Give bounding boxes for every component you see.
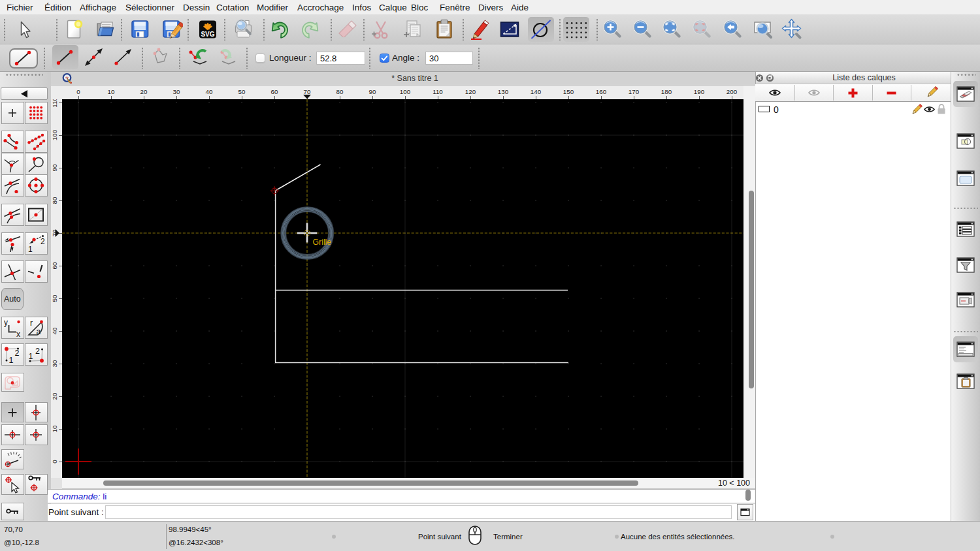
svg-text:2: 2 [15, 349, 20, 358]
svg-text:100: 100 [400, 88, 411, 95]
svg-text:0: 0 [51, 460, 58, 464]
svg-text:r: r [30, 319, 33, 328]
svg-text:1: 1 [29, 352, 33, 361]
svg-text:110: 110 [51, 99, 58, 108]
svg-text:10: 10 [51, 425, 58, 432]
svg-text:y: y [4, 318, 8, 327]
svg-text:2: 2 [35, 347, 40, 356]
svg-text:Grille: Grille [313, 238, 332, 247]
svg-text:20: 20 [51, 392, 58, 400]
svg-text:200: 200 [727, 88, 738, 95]
svg-text:20: 20 [140, 88, 148, 95]
svg-text:110: 110 [433, 88, 443, 95]
svg-text:70: 70 [304, 88, 311, 95]
svg-text:100: 100 [51, 129, 58, 140]
svg-text:90: 90 [369, 88, 376, 95]
svg-text:180: 180 [661, 88, 672, 95]
svg-text:1: 1 [28, 245, 33, 253]
svg-text:10: 10 [108, 88, 115, 95]
svg-text:170: 170 [629, 88, 640, 95]
svg-text:SVG: SVG [201, 31, 214, 38]
svg-text:190: 190 [694, 88, 705, 95]
svg-text:2: 2 [41, 237, 45, 246]
svg-text:50: 50 [51, 294, 58, 302]
svg-text:1: 1 [9, 356, 14, 365]
svg-text:130: 130 [498, 88, 509, 95]
svg-text:40: 40 [51, 327, 58, 334]
svg-text:x: x [16, 330, 20, 338]
svg-text:0: 0 [76, 88, 80, 95]
svg-text:120: 120 [465, 88, 476, 95]
svg-text:50: 50 [238, 88, 246, 95]
svg-text:160: 160 [596, 88, 607, 95]
svg-text:150: 150 [563, 88, 574, 95]
svg-text:90: 90 [51, 164, 58, 171]
svg-text:60: 60 [271, 88, 278, 95]
svg-text:30: 30 [51, 360, 58, 367]
svg-text:140: 140 [531, 88, 542, 95]
svg-text:40: 40 [206, 88, 213, 95]
svg-text:80: 80 [336, 88, 344, 95]
svg-text:a: a [37, 327, 41, 336]
svg-text:30: 30 [173, 88, 180, 95]
svg-text:60: 60 [51, 262, 58, 269]
svg-text:80: 80 [51, 197, 58, 204]
